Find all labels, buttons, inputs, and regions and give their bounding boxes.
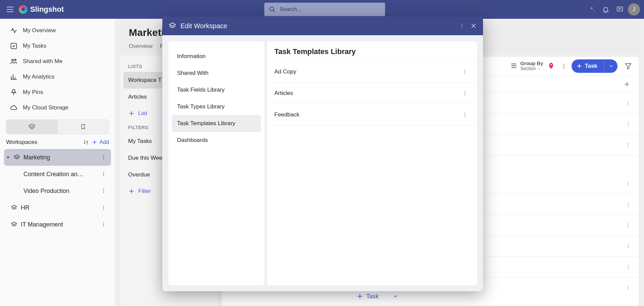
- row-menu-button[interactable]: [624, 200, 633, 209]
- nav-my-cloud-storage[interactable]: My Cloud Storage: [0, 100, 115, 115]
- ai-sparkle-button[interactable]: [586, 3, 598, 15]
- dialog-close-button[interactable]: [470, 22, 477, 29]
- svg-point-10: [14, 59, 16, 61]
- workspace-tree: Marketing Content Creation an… Video Pro…: [0, 148, 115, 233]
- row-menu-button[interactable]: [624, 283, 633, 293]
- new-task-label: Task: [585, 63, 598, 69]
- search-box[interactable]: [264, 3, 385, 16]
- svg-point-72: [628, 244, 629, 245]
- svg-point-35: [103, 222, 104, 223]
- svg-point-55: [628, 103, 629, 103]
- dots-vertical-icon: [626, 181, 631, 187]
- dnav-task-fields[interactable]: Task Fields Library: [172, 82, 261, 98]
- svg-marker-51: [626, 63, 631, 69]
- nav-my-analytics[interactable]: My Analytics: [0, 69, 115, 85]
- add-workspace-button[interactable]: Add: [92, 139, 109, 145]
- row-menu-button[interactable]: [624, 221, 633, 230]
- template-feedback[interactable]: Feedback: [267, 104, 477, 125]
- new-task-button[interactable]: Task: [572, 59, 604, 73]
- workspace-child-content-creation[interactable]: Content Creation an…: [4, 166, 111, 183]
- svg-point-69: [628, 223, 629, 224]
- close-icon: [470, 22, 477, 29]
- svg-point-74: [628, 247, 629, 248]
- layers-icon: [13, 154, 20, 161]
- svg-point-54: [628, 101, 629, 102]
- workspace-name: Marketing: [23, 154, 50, 161]
- svg-point-89: [465, 70, 465, 70]
- workspace-menu-button[interactable]: [99, 203, 108, 212]
- nav-label: My Tasks: [23, 43, 47, 49]
- svg-point-59: [628, 125, 629, 126]
- nav-my-overview[interactable]: My Overview: [0, 23, 115, 38]
- user-avatar[interactable]: J: [628, 3, 640, 15]
- dialog-title: Edit Workspace: [180, 22, 455, 30]
- workspace-it-management[interactable]: IT Management: [4, 216, 111, 233]
- svg-line-4: [273, 10, 275, 12]
- workspace-child-video-production[interactable]: Video Production: [4, 183, 111, 199]
- svg-point-80: [628, 289, 629, 290]
- dnav-dashboards[interactable]: Dashboards: [172, 132, 261, 149]
- svg-point-91: [465, 73, 465, 73]
- svg-point-70: [628, 225, 629, 225]
- template-name: Articles: [274, 90, 293, 97]
- plus-icon: [128, 188, 135, 195]
- svg-point-97: [465, 116, 465, 116]
- row-menu-button[interactable]: [624, 242, 633, 251]
- dots-vertical-icon: [462, 112, 468, 117]
- dnav-information[interactable]: Information: [172, 48, 261, 65]
- sidebar-tab-bookmarks[interactable]: [58, 120, 109, 134]
- comments-button[interactable]: [614, 3, 626, 15]
- tab-overview[interactable]: Overview: [129, 43, 153, 53]
- nav-my-pins[interactable]: My Pins: [0, 85, 115, 100]
- row-menu-button[interactable]: [624, 262, 633, 272]
- nav-my-tasks[interactable]: My Tasks: [0, 38, 115, 54]
- svg-point-62: [628, 146, 629, 147]
- dnav-task-types[interactable]: Task Types Library: [172, 98, 261, 115]
- row-menu-button[interactable]: [624, 179, 633, 189]
- template-name: Feedback: [274, 111, 300, 118]
- dnav-task-templates[interactable]: Task Templates Library: [172, 115, 261, 132]
- menu-toggle[interactable]: [4, 3, 16, 15]
- nav-shared-with-me[interactable]: Shared with Me: [0, 54, 115, 69]
- svg-point-90: [465, 71, 465, 72]
- workspace-hr[interactable]: HR: [4, 199, 111, 216]
- template-menu-button[interactable]: [460, 67, 470, 76]
- brand[interactable]: Slingshot: [19, 5, 64, 14]
- search-input[interactable]: [280, 6, 380, 12]
- workspace-menu-button[interactable]: [99, 169, 108, 179]
- dots-vertical-icon: [626, 264, 631, 270]
- template-menu-button[interactable]: [460, 89, 470, 98]
- people-icon: [10, 58, 17, 65]
- row-menu-button[interactable]: [624, 119, 633, 129]
- svg-point-73: [628, 246, 629, 246]
- new-task-dropdown[interactable]: [604, 59, 618, 73]
- svg-point-24: [103, 172, 104, 173]
- workspace-menu-button[interactable]: [99, 186, 108, 196]
- footer-add-task-dropdown[interactable]: [389, 290, 401, 302]
- workspace-menu-button[interactable]: [99, 153, 108, 162]
- rocket-button[interactable]: [546, 61, 556, 71]
- row-menu-button[interactable]: [624, 140, 633, 150]
- svg-rect-8: [11, 43, 17, 49]
- filter-button[interactable]: [622, 60, 634, 72]
- template-menu-button[interactable]: [460, 110, 470, 119]
- sidebar-tab-workspaces[interactable]: [6, 120, 58, 134]
- notifications-button[interactable]: [600, 3, 612, 15]
- toolbar-menu-button[interactable]: [559, 61, 569, 71]
- svg-point-94: [465, 94, 465, 95]
- row-menu-button[interactable]: [624, 99, 633, 108]
- plus-icon: [128, 110, 135, 117]
- svg-point-48: [563, 67, 564, 68]
- svg-point-28: [103, 191, 104, 191]
- groupby-selector[interactable]: Group By Section: [510, 61, 543, 71]
- template-ad-copy[interactable]: Ad Copy: [267, 61, 477, 83]
- dnav-shared-with[interactable]: Shared With: [172, 65, 261, 82]
- rocket-icon: [547, 62, 555, 70]
- add-column-button[interactable]: [621, 78, 633, 90]
- workspace-marketing[interactable]: Marketing: [4, 149, 111, 166]
- dialog-menu-button[interactable]: [459, 23, 465, 29]
- workspace-menu-button[interactable]: [99, 220, 108, 229]
- template-articles[interactable]: Articles: [267, 83, 477, 104]
- footer-add-task-button[interactable]: Task: [350, 289, 385, 303]
- sort-icon[interactable]: [83, 139, 89, 145]
